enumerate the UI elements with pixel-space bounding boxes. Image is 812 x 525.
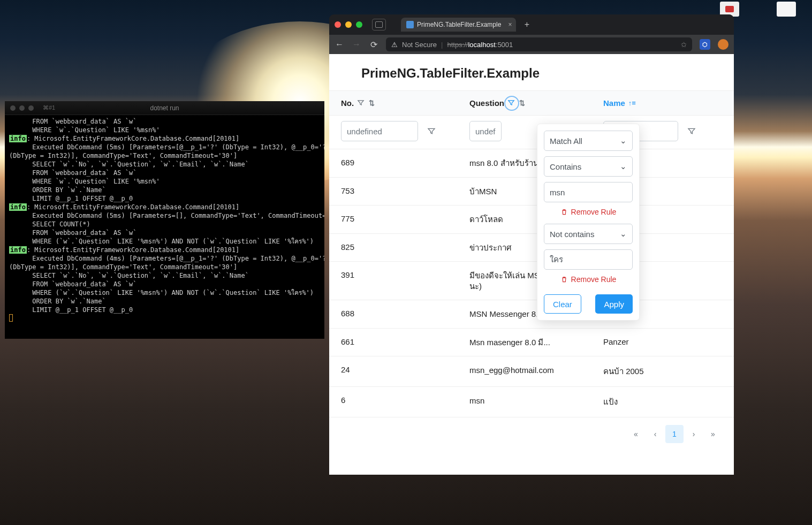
terminal-title: dotnet run — [150, 104, 179, 112]
minimize-icon[interactable] — [345, 21, 352, 28]
table-row[interactable]: 688MSN Messenger 8.0 Fullkusumoto — [329, 300, 734, 329]
cell-no: 661 — [341, 337, 469, 348]
sort-icon[interactable]: ⇅ — [369, 99, 375, 107]
menubar-tray — [720, 2, 796, 17]
not-secure-label: Not Secure — [402, 41, 437, 49]
table-row[interactable]: 24msn_egg@hotmail.comคนบ้า 2005 — [329, 356, 734, 387]
filter-input-no[interactable] — [341, 121, 418, 141]
bitwarden-icon[interactable]: ⬡ — [700, 39, 710, 50]
data-table: No. ⇅ Question ⇅ Name ↑≡ — [329, 90, 734, 451]
chevron-down-icon: ⌄ — [620, 229, 627, 239]
address-bar[interactable]: ⚠ Not Secure | https://localhost:5001 ✩ — [386, 37, 692, 51]
close-icon[interactable] — [335, 21, 341, 28]
page-content: PrimeNG.TableFilter.Example No. ⇅ Questi… — [329, 54, 734, 475]
rule-value-input[interactable] — [544, 182, 633, 202]
url-port: :5001 — [496, 41, 513, 49]
table-header: No. ⇅ Question ⇅ Name ↑≡ — [329, 91, 734, 116]
cell-name: แป้ง — [603, 395, 722, 408]
page-prev-button[interactable]: ‹ — [646, 425, 664, 443]
clear-button[interactable]: Clear — [544, 294, 581, 314]
table-row[interactable]: 753บ้าMSNdemo727 — [329, 178, 734, 206]
cell-no: 825 — [341, 242, 469, 253]
reload-button[interactable]: ⟳ — [369, 40, 378, 50]
sort-asc-icon[interactable]: ↑≡ — [628, 99, 636, 107]
page-number-button[interactable]: 1 — [665, 425, 684, 443]
filter-row — [329, 116, 734, 149]
favicon-icon — [406, 21, 414, 28]
page-title: PrimeNG.TableFilter.Example — [329, 54, 734, 90]
new-tab-button[interactable]: + — [520, 18, 533, 31]
back-button[interactable]: ← — [335, 40, 344, 49]
filter-icon-active[interactable] — [507, 99, 516, 108]
browser-tab[interactable]: PrimeNG.TableFilter.Example × — [401, 18, 516, 32]
rule-value-input[interactable] — [544, 249, 633, 270]
translate-icon[interactable]: ✩ — [681, 41, 687, 49]
cell-question: Msn masenger 8.0 มี... — [469, 337, 603, 348]
col-name-label[interactable]: Name — [603, 98, 625, 108]
sort-icon[interactable]: ⇅ — [519, 99, 525, 107]
cell-no: 688 — [341, 309, 469, 319]
table-row[interactable]: 689msn 8.0 สำหรับร้านdakt1 — [329, 149, 734, 178]
terminal-titlebar[interactable]: ⌘#1 dotnet run — [5, 101, 324, 115]
paginator: « ‹ 1 › » — [329, 417, 734, 451]
cell-name: คนบ้า 2005 — [603, 365, 722, 378]
rule-operator-select[interactable]: Not contains⌄ — [544, 224, 633, 244]
chevron-down-icon: ⌄ — [620, 136, 627, 146]
filter-input-question[interactable] — [469, 121, 502, 141]
filter-menu-icon[interactable] — [421, 121, 442, 141]
table-body: 689msn 8.0 สำหรับร้านdakt1753บ้าMSNdemo7… — [329, 149, 734, 417]
maximize-icon[interactable] — [356, 21, 362, 28]
browser-window: PrimeNG.TableFilter.Example × + ← → ⟳ ⚠ … — [329, 14, 734, 475]
match-mode-select[interactable]: Match All ⌄ — [544, 131, 633, 151]
window-controls[interactable] — [335, 21, 362, 28]
column-filter-overlay: Match All ⌄ Contains⌄Remove RuleNot cont… — [537, 124, 640, 321]
tray-item-2[interactable] — [777, 2, 796, 17]
cell-question: msn — [469, 395, 603, 408]
page-last-button[interactable]: » — [704, 425, 722, 443]
cell-no: 689 — [341, 158, 469, 169]
cell-no: 753 — [341, 186, 469, 197]
url-host: localhost — [468, 41, 495, 49]
table-row[interactable]: 775ดาว์โหลดdemo727 — [329, 206, 734, 234]
apply-button[interactable]: Apply — [595, 294, 633, 314]
url-scheme: https:// — [447, 41, 468, 49]
page-first-button[interactable]: « — [627, 425, 645, 443]
sidebar-toggle-icon[interactable] — [372, 19, 386, 31]
tab-title: PrimeNG.TableFilter.Example — [417, 21, 501, 28]
cell-no: 391 — [341, 270, 469, 291]
rule-operator-select[interactable]: Contains⌄ — [544, 156, 633, 177]
cell-name: Panzer — [603, 337, 722, 348]
terminal-window: ⌘#1 dotnet run FROM `webboard_data` AS `… — [5, 101, 324, 339]
table-row[interactable]: 6msnแป้ง — [329, 387, 734, 417]
remove-rule-button[interactable]: Remove Rule — [544, 270, 633, 291]
table-row[interactable]: 825ข่าวประกาศdemo727 — [329, 234, 734, 262]
cell-no: 6 — [341, 395, 469, 408]
col-question-label: Question — [469, 98, 504, 108]
not-secure-icon: ⚠ — [391, 41, 398, 49]
chevron-down-icon: ⌄ — [620, 162, 627, 171]
page-next-button[interactable]: › — [685, 425, 703, 443]
extension-icon[interactable] — [718, 39, 728, 50]
cell-question: msn_egg@hotmail.com — [469, 365, 603, 378]
terminal-tab[interactable]: ⌘#1 — [43, 104, 55, 111]
browser-tabstrip: PrimeNG.TableFilter.Example × + — [329, 14, 734, 35]
close-tab-icon[interactable]: × — [508, 21, 512, 28]
filter-menu-icon[interactable] — [681, 121, 702, 141]
col-no-label: No. — [341, 98, 354, 108]
forward-button: → — [352, 40, 361, 49]
table-row[interactable]: 391มีของดีจะให้เล่น MSN (แบบใช้เน็ตนะ)ku… — [329, 262, 734, 300]
filter-icon[interactable] — [357, 99, 366, 108]
terminal-output[interactable]: FROM `webboard_data` AS `w` WHERE `w`.`Q… — [5, 115, 324, 326]
remove-rule-button[interactable]: Remove Rule — [544, 202, 633, 224]
cell-no: 24 — [341, 365, 469, 378]
table-row[interactable]: 661Msn masenger 8.0 มี...Panzer — [329, 329, 734, 357]
browser-toolbar: ← → ⟳ ⚠ Not Secure | https://localhost:5… — [329, 35, 734, 54]
cell-no: 775 — [341, 214, 469, 225]
